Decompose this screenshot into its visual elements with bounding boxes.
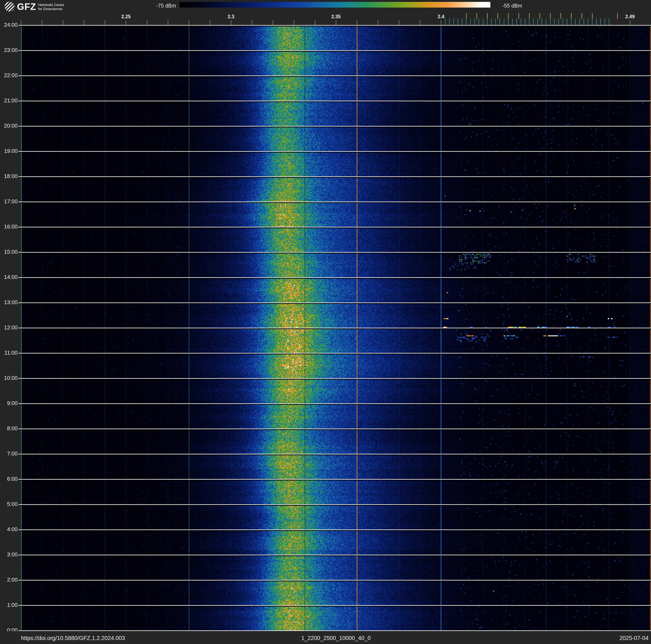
dataset-name: 1_2200_2500_10000_40_0 <box>21 635 651 642</box>
colorbar-min-label: -75 dBm <box>153 3 176 9</box>
colorbar-max-label: -55 dBm <box>502 3 522 9</box>
spectrogram-page: GFZ Helmholtz Centre for Geosciences -75… <box>0 0 651 644</box>
spectrogram-canvas <box>0 0 651 644</box>
gfz-subtitle-line1: Helmholtz Centre <box>38 3 64 7</box>
gfz-subtitle: Helmholtz Centre for Geosciences <box>38 3 64 11</box>
date-label: 2025-07-04 <box>620 635 649 642</box>
footer: https://doi.org/10.5880/GFZ.1.2.2024.003… <box>0 631 651 644</box>
gfz-globe-icon <box>5 2 14 11</box>
gfz-logo: GFZ Helmholtz Centre for Geosciences <box>5 2 64 11</box>
gfz-subtitle-line2: for Geosciences <box>38 7 64 11</box>
gfz-wordmark: GFZ <box>17 2 36 11</box>
colorbar <box>180 2 490 7</box>
